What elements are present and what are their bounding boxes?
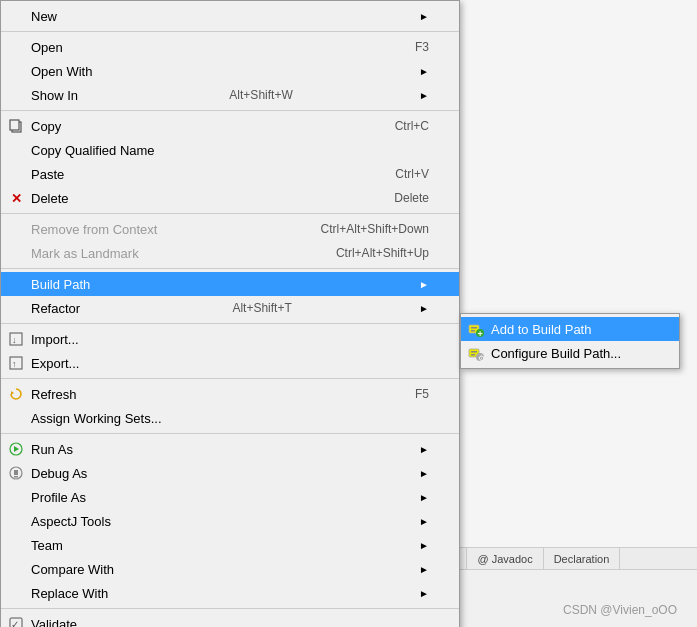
- svg-rect-17: [471, 330, 475, 332]
- menu-label-new: New: [31, 9, 57, 24]
- arrow-replace-with: ►: [409, 588, 429, 599]
- arrow-run-as: ►: [409, 444, 429, 455]
- svg-marker-9: [14, 446, 19, 452]
- arrow-aspectj: ►: [409, 516, 429, 527]
- tab-javadoc[interactable]: @ Javadoc: [467, 548, 543, 569]
- menu-item-delete[interactable]: ✕ Delete Delete: [1, 186, 459, 210]
- copy-icon: [7, 117, 25, 135]
- menu-label-validate: Validate: [31, 617, 77, 628]
- menu-label-paste: Paste: [31, 167, 64, 182]
- svg-text:⚙: ⚙: [478, 354, 485, 362]
- svg-rect-21: [471, 351, 477, 353]
- menu-label-refresh: Refresh: [31, 387, 77, 402]
- import-icon: ↓: [7, 330, 25, 348]
- menu-item-run-as[interactable]: Run As ►: [1, 437, 459, 461]
- menu-item-build-path[interactable]: Build Path ►: [1, 272, 459, 296]
- separator-2: [1, 110, 459, 111]
- menu-item-open[interactable]: Open F3: [1, 35, 459, 59]
- shortcut-show-in: Alt+Shift+W: [199, 88, 292, 102]
- add-build-path-icon: +: [466, 319, 486, 339]
- shortcut-refactor: Alt+Shift+T: [202, 301, 291, 315]
- menu-item-import[interactable]: ↓ Import...: [1, 327, 459, 351]
- svg-marker-7: [11, 391, 14, 395]
- shortcut-open: F3: [385, 40, 429, 54]
- arrow-build-path: ►: [409, 279, 429, 290]
- debug-icon: [7, 464, 25, 482]
- menu-label-replace-with: Replace With: [31, 586, 108, 601]
- separator-8: [1, 608, 459, 609]
- menu-item-profile-as[interactable]: Profile As ►: [1, 485, 459, 509]
- menu-item-validate[interactable]: ✓ Validate: [1, 612, 459, 627]
- menu-label-team: Team: [31, 538, 63, 553]
- menu-label-aspectj: AspectJ Tools: [31, 514, 111, 529]
- arrow-team: ►: [409, 540, 429, 551]
- arrow-compare-with: ►: [409, 564, 429, 575]
- menu-item-debug-as[interactable]: Debug As ►: [1, 461, 459, 485]
- menu-item-new[interactable]: New ►: [1, 4, 459, 28]
- svg-text:+: +: [478, 329, 483, 338]
- menu-item-mark-landmark[interactable]: Mark as Landmark Ctrl+Alt+Shift+Up: [1, 241, 459, 265]
- menu-item-team[interactable]: Team ►: [1, 533, 459, 557]
- menu-item-replace-with[interactable]: Replace With ►: [1, 581, 459, 605]
- menu-label-assign-working: Assign Working Sets...: [31, 411, 162, 426]
- separator-3: [1, 213, 459, 214]
- submenu-label-configure-build-path: Configure Build Path...: [491, 346, 621, 361]
- menu-item-export[interactable]: ↑ Export...: [1, 351, 459, 375]
- menu-label-refactor: Refactor: [31, 301, 80, 316]
- delete-icon: ✕: [7, 189, 25, 207]
- export-icon: ↑: [7, 354, 25, 372]
- menu-item-show-in[interactable]: Show In Alt+Shift+W ►: [1, 83, 459, 107]
- menu-label-copy-qualified: Copy Qualified Name: [31, 143, 155, 158]
- menu-label-open-with: Open With: [31, 64, 92, 79]
- menu-item-paste[interactable]: Paste Ctrl+V: [1, 162, 459, 186]
- menu-item-remove-context[interactable]: Remove from Context Ctrl+Alt+Shift+Down: [1, 217, 459, 241]
- menu-item-compare-with[interactable]: Compare With ►: [1, 557, 459, 581]
- menu-label-open: Open: [31, 40, 63, 55]
- menu-label-import: Import...: [31, 332, 79, 347]
- context-menu: New ► Open F3 Open With ► Show In Alt+Sh…: [0, 0, 460, 627]
- menu-label-profile-as: Profile As: [31, 490, 86, 505]
- shortcut-remove-context: Ctrl+Alt+Shift+Down: [291, 222, 429, 236]
- menu-label-debug-as: Debug As: [31, 466, 87, 481]
- menu-item-assign-working[interactable]: Assign Working Sets...: [1, 406, 459, 430]
- separator-7: [1, 433, 459, 434]
- separator-5: [1, 323, 459, 324]
- arrow-profile-as: ►: [409, 492, 429, 503]
- svg-rect-11: [14, 470, 18, 475]
- svg-rect-1: [10, 120, 19, 130]
- arrow-show-in: ►: [414, 90, 429, 101]
- watermark: CSDN @Vivien_oOO: [563, 603, 677, 617]
- shortcut-mark-landmark: Ctrl+Alt+Shift+Up: [306, 246, 429, 260]
- validate-icon: ✓: [7, 615, 25, 627]
- menu-label-show-in: Show In: [31, 88, 78, 103]
- menu-item-copy-qualified[interactable]: Copy Qualified Name: [1, 138, 459, 162]
- menu-item-copy[interactable]: Copy Ctrl+C: [1, 114, 459, 138]
- shortcut-refresh: F5: [385, 387, 429, 401]
- menu-label-run-as: Run As: [31, 442, 73, 457]
- separator-4: [1, 268, 459, 269]
- submenu-label-add-build-path: Add to Build Path: [491, 322, 591, 337]
- arrow-refactor: ►: [414, 303, 429, 314]
- menu-label-compare-with: Compare With: [31, 562, 114, 577]
- menu-item-refactor[interactable]: Refactor Alt+Shift+T ►: [1, 296, 459, 320]
- svg-rect-22: [471, 354, 475, 356]
- menu-item-aspectj[interactable]: AspectJ Tools ►: [1, 509, 459, 533]
- svg-rect-12: [14, 476, 18, 478]
- svg-rect-16: [471, 327, 477, 329]
- submenu-item-add-build-path[interactable]: + Add to Build Path: [461, 317, 679, 341]
- submenu-item-configure-build-path[interactable]: ⚙ Configure Build Path...: [461, 341, 679, 365]
- menu-label-delete: Delete: [31, 191, 69, 206]
- shortcut-copy: Ctrl+C: [365, 119, 429, 133]
- shortcut-paste: Ctrl+V: [365, 167, 429, 181]
- menu-label-mark-landmark: Mark as Landmark: [31, 246, 139, 261]
- svg-text:✓: ✓: [11, 619, 19, 627]
- menu-label-copy: Copy: [31, 119, 61, 134]
- menu-label-remove-context: Remove from Context: [31, 222, 157, 237]
- arrow-debug-as: ►: [409, 468, 429, 479]
- menu-item-refresh[interactable]: Refresh F5: [1, 382, 459, 406]
- tab-declaration[interactable]: Declaration: [544, 548, 621, 569]
- build-path-submenu: + Add to Build Path ⚙ Configure Build Pa…: [460, 313, 680, 369]
- menu-item-open-with[interactable]: Open With ►: [1, 59, 459, 83]
- menu-label-build-path: Build Path: [31, 277, 90, 292]
- refresh-icon: [7, 385, 25, 403]
